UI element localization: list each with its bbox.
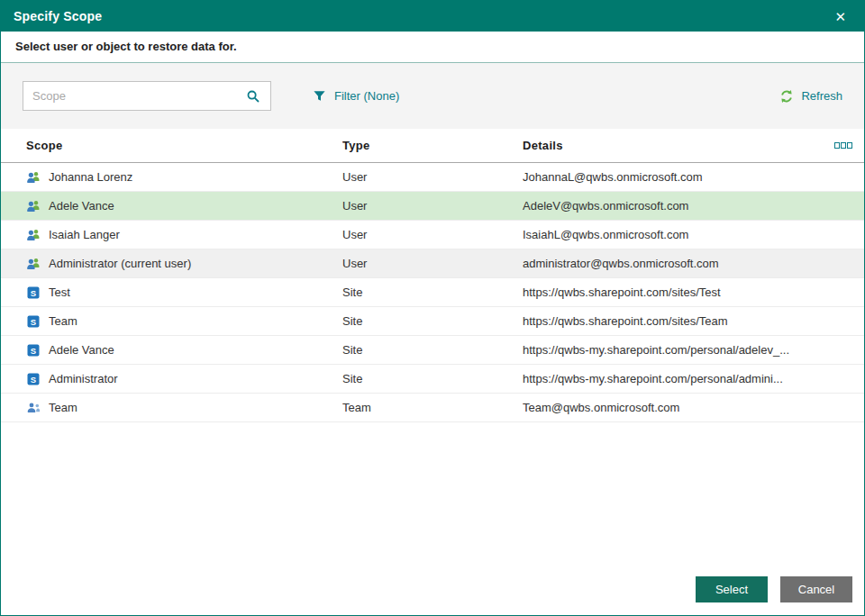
site-icon: S	[26, 285, 41, 300]
refresh-button[interactable]: Refresh	[779, 89, 842, 104]
svg-text:S: S	[31, 287, 36, 297]
row-type: Site	[342, 343, 523, 357]
filter-button[interactable]: Filter (None)	[313, 89, 399, 104]
row-details: https://qwbs.sharepoint.com/sites/Team	[523, 314, 821, 328]
row-scope: Adele Vance	[49, 343, 114, 357]
refresh-label: Refresh	[801, 89, 842, 103]
refresh-icon	[779, 89, 794, 104]
table-row[interactable]: Adele Vance User AdeleV@qwbs.onmicrosoft…	[1, 192, 864, 221]
select-button[interactable]: Select	[696, 576, 768, 602]
table-row[interactable]: S Test Site https://qwbs.sharepoint.com/…	[1, 278, 864, 307]
close-icon[interactable]: ✕	[829, 6, 851, 27]
cancel-button[interactable]: Cancel	[780, 576, 852, 602]
table-row[interactable]: S Administrator Site https://qwbs-my.sha…	[1, 365, 864, 394]
search-box	[23, 81, 271, 111]
user-icon	[26, 170, 41, 185]
table-body: Johanna Lorenz User JohannaL@qwbs.onmicr…	[1, 163, 864, 422]
row-details: Team@qwbs.onmicrosoft.com	[523, 401, 821, 414]
row-details: https://qwbs.sharepoint.com/sites/Test	[523, 285, 821, 299]
row-scope: Adele Vance	[49, 199, 114, 213]
row-type: User	[342, 228, 523, 241]
table-row[interactable]: Team Team Team@qwbs.onmicrosoft.com	[1, 394, 864, 422]
row-scope: Administrator	[49, 372, 118, 385]
row-type: User	[342, 257, 523, 270]
user-icon	[26, 199, 41, 213]
row-type: Site	[342, 285, 523, 299]
table-row[interactable]: Isaiah Langer User IsaiahL@qwbs.onmicros…	[1, 221, 864, 249]
row-type: User	[342, 170, 523, 184]
row-type: Site	[342, 314, 523, 328]
site-icon: S	[26, 372, 41, 386]
row-details: administrator@qwbs.onmicrosoft.com	[523, 257, 821, 270]
team-icon	[26, 401, 41, 415]
column-chooser-icon[interactable]	[821, 140, 853, 150]
row-details: JohannaL@qwbs.onmicrosoft.com	[523, 170, 821, 184]
table-row[interactable]: Johanna Lorenz User JohannaL@qwbs.onmicr…	[1, 163, 864, 192]
row-scope: Isaiah Langer	[49, 228, 120, 241]
row-scope: Team	[49, 401, 77, 414]
row-scope: Team	[49, 314, 77, 328]
table-row[interactable]: S Adele Vance Site https://qwbs-my.share…	[1, 336, 864, 365]
dialog-title: Specify Scope	[14, 9, 102, 23]
site-icon: S	[26, 314, 41, 329]
row-details: https://qwbs-my.sharepoint.com/personal/…	[523, 372, 821, 385]
row-details: https://qwbs-my.sharepoint.com/personal/…	[523, 343, 821, 357]
user-icon	[26, 257, 41, 271]
row-details: AdeleV@qwbs.onmicrosoft.com	[523, 199, 821, 213]
row-details: IsaiahL@qwbs.onmicrosoft.com	[523, 228, 821, 241]
column-header-scope[interactable]: Scope	[26, 139, 342, 152]
row-scope: Test	[49, 285, 70, 299]
svg-text:S: S	[31, 345, 36, 355]
row-scope: Administrator (current user)	[49, 257, 191, 270]
column-header-type[interactable]: Type	[342, 139, 523, 152]
column-header-details[interactable]: Details	[523, 139, 821, 152]
filter-icon	[313, 89, 327, 104]
search-icon[interactable]	[236, 82, 270, 110]
dialog-subtitle: Select user or object to restore data fo…	[1, 32, 864, 63]
dialog-footer: Select Cancel	[1, 576, 864, 615]
table-row[interactable]: S Team Site https://qwbs.sharepoint.com/…	[1, 307, 864, 336]
site-icon: S	[26, 343, 41, 358]
titlebar: Specify Scope ✕	[1, 1, 864, 32]
svg-text:S: S	[31, 316, 36, 326]
row-type: Site	[342, 372, 523, 385]
table-row[interactable]: Administrator (current user) User admini…	[1, 249, 864, 278]
specify-scope-dialog: Specify Scope ✕ Select user or object to…	[0, 0, 865, 616]
toolbar: Filter (None) Refresh	[1, 63, 864, 129]
row-type: User	[342, 199, 523, 213]
row-scope: Johanna Lorenz	[49, 170, 132, 184]
user-icon	[26, 228, 41, 242]
search-input[interactable]	[23, 82, 236, 110]
filter-label: Filter (None)	[334, 89, 399, 103]
table-header: Scope Type Details	[1, 129, 864, 163]
row-type: Team	[342, 401, 523, 414]
svg-text:S: S	[31, 374, 36, 384]
